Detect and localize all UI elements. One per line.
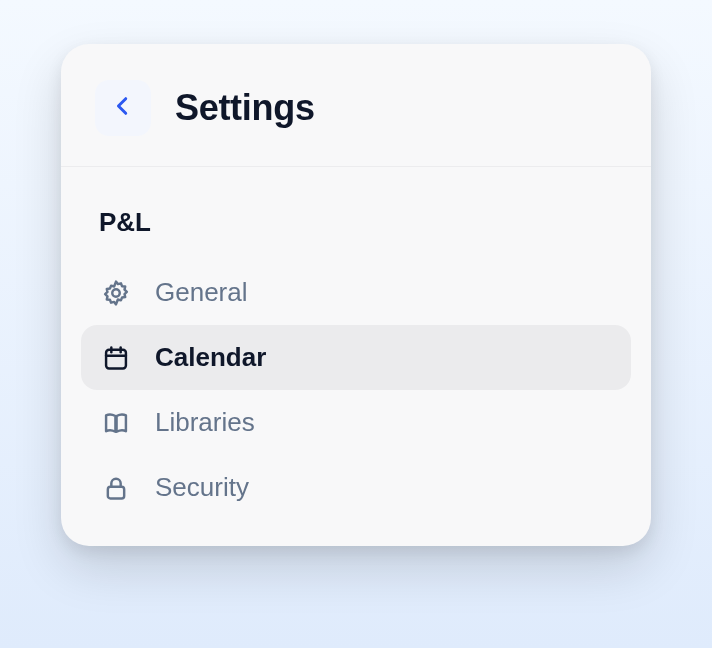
section-heading: P&L — [81, 207, 631, 260]
chevron-left-icon — [112, 95, 134, 121]
settings-menu: General Calendar — [81, 260, 631, 520]
page-title: Settings — [175, 87, 315, 129]
gear-icon — [101, 278, 131, 308]
lock-icon — [101, 473, 131, 503]
menu-item-label: Calendar — [155, 342, 266, 373]
svg-rect-1 — [106, 349, 126, 368]
menu-item-label: General — [155, 277, 248, 308]
menu-item-label: Libraries — [155, 407, 255, 438]
menu-item-calendar[interactable]: Calendar — [81, 325, 631, 390]
svg-point-0 — [112, 289, 119, 296]
settings-header: Settings — [61, 44, 651, 167]
menu-item-security[interactable]: Security — [81, 455, 631, 520]
menu-item-label: Security — [155, 472, 249, 503]
book-icon — [101, 408, 131, 438]
menu-item-libraries[interactable]: Libraries — [81, 390, 631, 455]
settings-content: P&L General — [61, 167, 651, 546]
settings-panel: Settings P&L General — [61, 44, 651, 546]
svg-rect-5 — [108, 486, 124, 498]
back-button[interactable] — [95, 80, 151, 136]
menu-item-general[interactable]: General — [81, 260, 631, 325]
calendar-icon — [101, 343, 131, 373]
